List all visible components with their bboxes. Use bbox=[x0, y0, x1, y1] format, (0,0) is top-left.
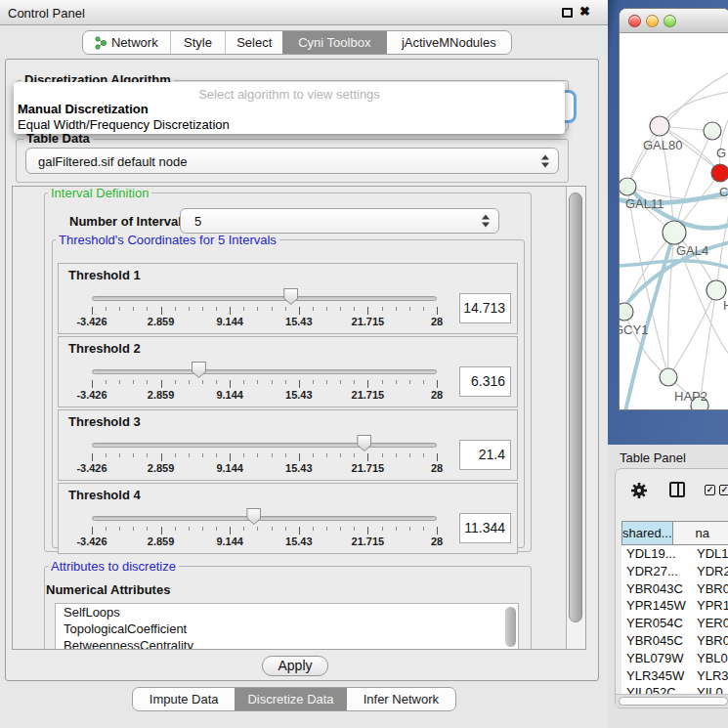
threshold-slider-track[interactable] bbox=[92, 443, 437, 448]
tab-impute-data[interactable]: Impute Data bbox=[133, 688, 235, 710]
table-panel-region: Table Panel ✓ ✓ shared... na YDL19...YDL… bbox=[608, 445, 728, 728]
table-row[interactable]: YDL19...YDL1 bbox=[621, 545, 728, 563]
network-canvas[interactable]: GAL80GCGAL11GAL4GCY1HHAP2 bbox=[620, 33, 728, 410]
table-data-title: Table Data bbox=[23, 132, 93, 146]
threshold-slider-track[interactable] bbox=[92, 296, 437, 301]
checkbox-checked-icon[interactable]: ✓ bbox=[705, 485, 715, 495]
numerical-attributes-list[interactable]: SelfLoopsTopologicalCoefficientBetweenne… bbox=[55, 603, 519, 650]
table-row[interactable]: YPR145WYPR1 bbox=[621, 597, 728, 615]
table-row[interactable]: YER054CYER0 bbox=[621, 615, 728, 632]
network-node-label: GCY1 bbox=[620, 322, 648, 337]
menu-item-manual-discretization[interactable]: Manual Discretization bbox=[18, 102, 149, 116]
network-node[interactable] bbox=[620, 178, 636, 195]
slider-tick-label: 21.715 bbox=[346, 316, 389, 327]
attribute-list-item[interactable]: BetweennessCentrality bbox=[56, 637, 518, 650]
network-node[interactable] bbox=[620, 303, 633, 321]
network-node[interactable] bbox=[663, 221, 686, 244]
threshold-label: Threshold 3 bbox=[68, 414, 141, 429]
top-tabbar: Network Style Select Cyni Toolbox jActiv… bbox=[82, 30, 512, 55]
network-node-label: GAL11 bbox=[625, 196, 664, 211]
attribute-list-item[interactable]: SelfLoops bbox=[56, 604, 518, 621]
network-node-label: G bbox=[716, 146, 726, 160]
float-window-icon[interactable] bbox=[562, 8, 573, 18]
slider-tick-label: 21.715 bbox=[346, 389, 389, 401]
threshold-slider-thumb[interactable] bbox=[192, 362, 206, 378]
table-body[interactable]: YDL19...YDL1YDR27...YDR2YBR043CYBR0YPR14… bbox=[621, 545, 728, 694]
apply-button[interactable]: Apply bbox=[262, 656, 328, 676]
tab-infer-network[interactable]: Infer Network bbox=[347, 688, 455, 710]
threshold-panel: Threshold 4 -3.4262.8599.14415.4321.7152… bbox=[58, 483, 518, 554]
threshold-label: Threshold 2 bbox=[68, 341, 141, 356]
threshold-slider-track[interactable] bbox=[92, 369, 437, 374]
table-panel-title: Table Panel bbox=[620, 450, 686, 465]
threshold-slider-thumb[interactable] bbox=[357, 435, 371, 451]
slider-tick-label: 15.43 bbox=[278, 389, 321, 401]
number-of-intervals-value: 5 bbox=[194, 214, 201, 229]
network-node[interactable] bbox=[707, 280, 726, 300]
panel-title: Control Panel bbox=[8, 6, 85, 21]
table-row[interactable]: YIL052CYIL0 bbox=[621, 684, 728, 694]
table-hscrollbar-track[interactable] bbox=[616, 694, 728, 707]
table-row[interactable]: YDR27...YDR2 bbox=[621, 563, 728, 580]
slider-tick-label: 2.859 bbox=[140, 316, 183, 327]
close-traffic-light-icon[interactable] bbox=[628, 15, 641, 27]
network-node[interactable] bbox=[704, 122, 721, 140]
threshold-panel: Threshold 3 -3.4262.8599.14415.4321.7152… bbox=[58, 409, 518, 481]
threshold-value-field[interactable]: 11.344 bbox=[459, 513, 511, 543]
threshold-slider-thumb[interactable] bbox=[283, 288, 298, 305]
network-window: GAL80GCGAL11GAL4GCY1HHAP2 bbox=[619, 8, 728, 410]
control-panel-titlebar: Control Panel bbox=[0, 0, 608, 25]
slider-tick-label: 21.715 bbox=[346, 535, 389, 547]
table-hscrollbar-thumb[interactable] bbox=[619, 697, 728, 706]
application-window: Control Panel ✖ Network Style Select Cyn… bbox=[0, 0, 728, 728]
threshold-value-field[interactable]: 6.316 bbox=[459, 366, 511, 397]
gear-icon[interactable] bbox=[630, 482, 648, 499]
algorithm-placeholder: Select algorithm to view settings bbox=[14, 87, 565, 102]
network-node[interactable] bbox=[711, 164, 728, 182]
tab-cyni-toolbox[interactable]: Cyni Toolbox bbox=[282, 31, 387, 54]
settings-scrollbar-thumb[interactable] bbox=[569, 193, 582, 622]
network-node[interactable] bbox=[660, 368, 677, 386]
table-data-combobox[interactable]: galFiltered.sif default node bbox=[25, 148, 559, 174]
table-row[interactable]: YBL079WYBL0 bbox=[621, 650, 728, 667]
node-table: shared... na YDL19...YDL1YDR27...YDR2YBR… bbox=[621, 521, 728, 694]
numerical-attributes-label: Numerical Attributes bbox=[46, 582, 170, 597]
table-row[interactable]: YBR043CYBR0 bbox=[621, 580, 728, 598]
network-window-titlebar bbox=[620, 9, 728, 33]
number-of-intervals-spinner[interactable]: 5 bbox=[180, 208, 499, 234]
tab-discretize-data[interactable]: Discretize Data bbox=[235, 688, 346, 710]
slider-tick-label: 2.859 bbox=[140, 535, 183, 547]
slider-tick-label: -3.426 bbox=[70, 389, 113, 401]
tab-network[interactable]: Network bbox=[83, 31, 170, 54]
column-header-name[interactable]: na bbox=[673, 521, 728, 545]
checkbox-checked-icon[interactable]: ✓ bbox=[719, 485, 728, 495]
slider-tick-label: 28 bbox=[415, 316, 458, 327]
list-scrollbar-thumb[interactable] bbox=[505, 607, 516, 647]
threshold-value-field[interactable]: 21.4 bbox=[459, 440, 511, 470]
network-node[interactable] bbox=[650, 116, 669, 136]
slider-tick-label: 9.144 bbox=[208, 462, 251, 474]
thresholds-container: Threshold 1 -3.4262.8599.14415.4321.7152… bbox=[52, 239, 525, 548]
split-columns-icon[interactable] bbox=[669, 482, 685, 497]
attribute-list-item[interactable]: TopologicalCoefficient bbox=[56, 621, 518, 637]
tab-jactivemnodules[interactable]: jActiveMNodules bbox=[387, 31, 511, 54]
close-icon[interactable]: ✖ bbox=[579, 4, 590, 19]
slider-tick-label: 28 bbox=[415, 462, 458, 474]
slider-tick-label: 2.859 bbox=[140, 389, 183, 401]
slider-tick-label: -3.426 bbox=[70, 535, 113, 547]
tab-select[interactable]: Select bbox=[225, 31, 282, 54]
slider-tick-label: 15.43 bbox=[278, 462, 321, 474]
network-node-label: HAP2 bbox=[674, 389, 707, 404]
threshold-slider-thumb[interactable] bbox=[246, 508, 261, 525]
table-row[interactable]: YBR045CYBR0 bbox=[621, 632, 728, 650]
table-row[interactable]: YLR345WYLR3 bbox=[621, 667, 728, 685]
threshold-value-field[interactable]: 14.713 bbox=[459, 293, 511, 323]
interval-definition-title: Interval Definition bbox=[48, 187, 151, 200]
tab-style[interactable]: Style bbox=[170, 31, 226, 54]
menu-item-equal-width-frequency[interactable]: Equal Width/Frequency Discretization bbox=[18, 117, 230, 132]
zoom-traffic-light-icon[interactable] bbox=[664, 15, 676, 27]
minimize-traffic-light-icon[interactable] bbox=[646, 15, 659, 27]
threshold-slider-track[interactable] bbox=[92, 516, 437, 521]
column-header-shared-name[interactable]: shared... bbox=[621, 521, 673, 545]
settings-scrollbar-track[interactable] bbox=[566, 187, 585, 649]
